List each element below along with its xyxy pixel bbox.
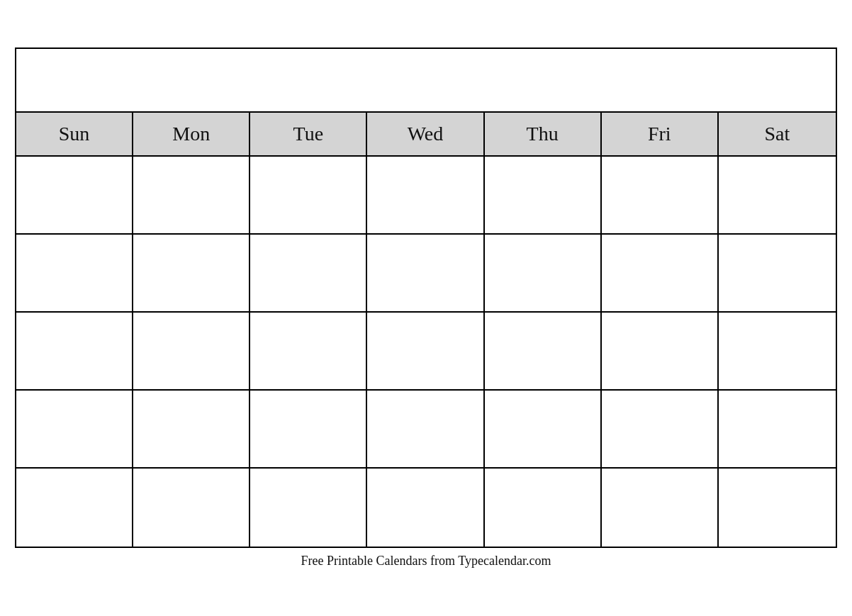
cell-3-2 bbox=[133, 313, 250, 389]
cell-2-4 bbox=[367, 235, 484, 311]
calendar-title-area bbox=[16, 49, 836, 113]
day-header-mon: Mon bbox=[133, 113, 250, 155]
calendar-row-1 bbox=[16, 157, 836, 235]
cell-3-6 bbox=[602, 313, 719, 389]
cell-3-4 bbox=[367, 313, 484, 389]
cell-2-5 bbox=[485, 235, 602, 311]
days-header: Sun Mon Tue Wed Thu Fri Sat bbox=[16, 113, 836, 157]
cell-5-5 bbox=[485, 469, 602, 547]
day-header-fri: Fri bbox=[602, 113, 719, 155]
cell-4-5 bbox=[485, 391, 602, 467]
cell-4-7 bbox=[719, 391, 836, 467]
calendar-row-3 bbox=[16, 313, 836, 391]
cell-4-3 bbox=[250, 391, 367, 467]
cell-1-4 bbox=[367, 157, 484, 233]
cell-2-2 bbox=[133, 235, 250, 311]
cell-4-4 bbox=[367, 391, 484, 467]
cell-2-3 bbox=[250, 235, 367, 311]
cell-3-7 bbox=[719, 313, 836, 389]
cell-5-6 bbox=[602, 469, 719, 547]
cell-4-2 bbox=[133, 391, 250, 467]
cell-1-2 bbox=[133, 157, 250, 233]
day-header-sun: Sun bbox=[16, 113, 133, 155]
calendar-row-5 bbox=[16, 469, 836, 547]
cell-5-3 bbox=[250, 469, 367, 547]
cell-3-1 bbox=[16, 313, 133, 389]
day-header-tue: Tue bbox=[250, 113, 367, 155]
cell-1-3 bbox=[250, 157, 367, 233]
day-header-wed: Wed bbox=[367, 113, 484, 155]
cell-4-1 bbox=[16, 391, 133, 467]
calendar-row-4 bbox=[16, 391, 836, 469]
calendar-grid bbox=[16, 157, 836, 547]
calendar-row-2 bbox=[16, 235, 836, 313]
cell-5-1 bbox=[16, 469, 133, 547]
cell-4-6 bbox=[602, 391, 719, 467]
cell-5-7 bbox=[719, 469, 836, 547]
cell-3-5 bbox=[485, 313, 602, 389]
cell-2-1 bbox=[16, 235, 133, 311]
cell-1-6 bbox=[602, 157, 719, 233]
cell-5-2 bbox=[133, 469, 250, 547]
cell-2-7 bbox=[719, 235, 836, 311]
cell-1-1 bbox=[16, 157, 133, 233]
cell-2-6 bbox=[602, 235, 719, 311]
calendar-wrapper: Sun Mon Tue Wed Thu Fri Sat bbox=[15, 47, 837, 548]
footer: Free Printable Calendars from Typecalend… bbox=[301, 554, 551, 569]
cell-1-5 bbox=[485, 157, 602, 233]
day-header-thu: Thu bbox=[485, 113, 602, 155]
cell-3-3 bbox=[250, 313, 367, 389]
cell-1-7 bbox=[719, 157, 836, 233]
cell-5-4 bbox=[367, 469, 484, 547]
day-header-sat: Sat bbox=[719, 113, 836, 155]
